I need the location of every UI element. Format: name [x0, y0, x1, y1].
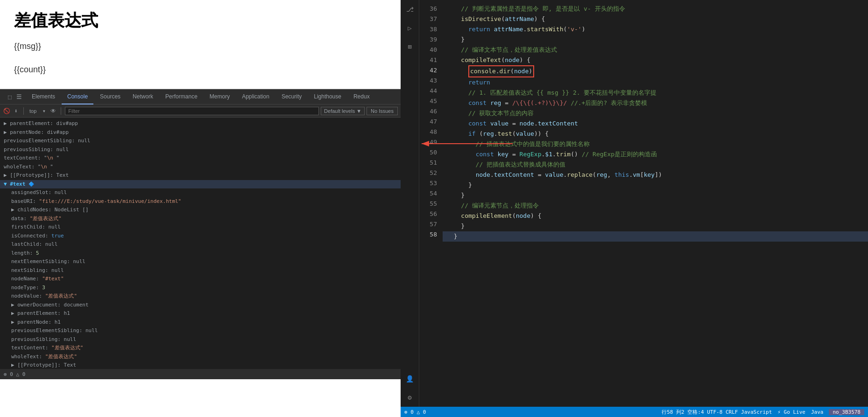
- port-status: no_3B3578: [829, 409, 864, 415]
- devtools-status: ⊗ 0 △ 0: [4, 371, 25, 377]
- console-prop-nodetype: nodeType: 3: [0, 284, 401, 292]
- code-line-43: return: [443, 77, 868, 88]
- top-context-button[interactable]: top: [28, 108, 38, 114]
- top-dropdown-icon[interactable]: ▾: [40, 107, 48, 115]
- status-bar: ⊗ 0 △ 0 行58 列2 空格:4 UTF-8 CRLF JavaScrip…: [401, 407, 868, 417]
- go-live-button[interactable]: ⚡ Go Live: [777, 409, 805, 415]
- tab-sources[interactable]: Sources: [94, 90, 126, 104]
- code-line-50: const key = RegExp.$1.trim() // RegExp是正…: [443, 149, 868, 160]
- settings-icon[interactable]: ⚙: [404, 392, 416, 403]
- debug-icon[interactable]: ▷: [404, 22, 416, 34]
- line-num-54: 54: [419, 188, 437, 199]
- devtools-panel: ⬚ ☰ Elements Console Sources Network Per…: [0, 89, 401, 369]
- right-panel: ⎇ ▷ ⊞ 👤 ⚙: [401, 0, 868, 417]
- code-line-53: }: [443, 180, 868, 190]
- code-line-58: }: [443, 231, 868, 242]
- no-issues-button[interactable]: No Issues: [367, 107, 398, 115]
- code-line-55: // 编译元素节点，处理指令: [443, 201, 868, 211]
- line-num-42: 42: [419, 65, 437, 76]
- line-num-47: 47: [419, 117, 437, 127]
- left-panel: 差值表达式 {{msg}} {{count}} ⬚ ☰ Elements Con…: [0, 0, 401, 417]
- editor-sidebar: ⎇ ▷ ⊞ 👤 ⚙: [401, 0, 419, 407]
- console-line-1: ▶ parentElement: div#app: [0, 119, 401, 128]
- console-prop-prevsibling: previousSibling: null: [0, 335, 401, 344]
- code-line-39: }: [443, 35, 868, 45]
- code-line-51: // 把插值表达式替换成具体的值: [443, 160, 868, 170]
- console-filter-input[interactable]: [65, 107, 319, 115]
- console-line-7: ▶ [[Prototype]]: Text: [0, 171, 401, 180]
- tab-elements[interactable]: Elements: [26, 90, 61, 104]
- main-container: 差值表达式 {{msg}} {{count}} ⬚ ☰ Elements Con…: [0, 0, 868, 417]
- clear-icon[interactable]: 🚫: [3, 107, 10, 115]
- tab-network[interactable]: Network: [127, 90, 159, 104]
- default-levels-button[interactable]: Default levels ▼: [321, 107, 365, 115]
- eye-icon[interactable]: 👁: [49, 107, 57, 115]
- webpage-title: 差值表达式: [14, 9, 387, 32]
- console-prop-parentnode: ▶ parentNode: h1: [0, 318, 401, 327]
- console-prop-isconnected: isConnected: true: [0, 232, 401, 241]
- code-line-41: compileText(node) {: [443, 55, 868, 65]
- console-output[interactable]: ▶ parentElement: div#app ▶ parentNode: d…: [0, 118, 401, 369]
- code-line-54: }: [443, 190, 868, 201]
- code-line-42: console.dir(node): [443, 65, 868, 77]
- line-num-46: 46: [419, 106, 437, 117]
- tab-redux[interactable]: Redux: [348, 90, 375, 104]
- tab-console[interactable]: Console: [62, 90, 93, 104]
- code-line-45: const reg = /\{\{(.+?)\}\}/ //.+后面的? 表示非…: [443, 98, 868, 108]
- console-prop-length: length: 5: [0, 249, 401, 258]
- status-line: 行58 列2 空格:4 UTF-8 CRLF JavaScript: [662, 409, 772, 416]
- filter-icon[interactable]: ⬇: [12, 107, 20, 115]
- console-prop-nextelsibling: nextElementSibling: null: [0, 257, 401, 266]
- inspect-icon[interactable]: ⬚: [6, 93, 14, 101]
- console-prop-nodename: nodeName: "#text": [0, 275, 401, 284]
- line-num-58: 58: [419, 229, 437, 240]
- editor-main: ⎇ ▷ ⊞ 👤 ⚙: [401, 0, 868, 407]
- console-prop-slot: assignedSlot: null: [0, 188, 401, 197]
- code-line-40: // 编译文本节点，处理差值表达式: [443, 45, 868, 55]
- code-line-49: // 插值表达式中的值是我们要的属性名称: [443, 139, 868, 149]
- console-toolbar: 🚫 ⬇ top ▾ 👁 Default levels ▼ No Issues: [0, 104, 401, 118]
- device-icon[interactable]: ☰: [15, 93, 23, 101]
- console-prop-firstchild: firstChild: null: [0, 223, 401, 232]
- console-prop-parentel: ▶ parentElement: h1: [0, 309, 401, 318]
- code-line-38: return attrName.startsWith('v-'): [443, 24, 868, 35]
- line-num-53: 53: [419, 178, 437, 188]
- console-prop-wholetext: wholeText: "差值表达式": [0, 353, 401, 361]
- line-num-37: 37: [419, 14, 437, 24]
- console-prop-childnodes: ▶ childNodes: NodeList []: [0, 206, 401, 215]
- grid-icon[interactable]: ⊞: [404, 41, 416, 52]
- tab-application[interactable]: Application: [236, 90, 275, 104]
- account-icon[interactable]: 👤: [404, 373, 416, 384]
- tab-security[interactable]: Security: [276, 90, 307, 104]
- line-num-40: 40: [419, 45, 437, 55]
- console-section-text: ▼ #text 🔷: [0, 180, 401, 189]
- code-line-57: }: [443, 221, 868, 231]
- console-prop-nextsibling: nextSibling: null: [0, 266, 401, 275]
- toolbar-separator2: [61, 107, 61, 115]
- code-line-48: if (reg.test(value)) {: [443, 129, 868, 139]
- line-num-44: 44: [419, 86, 437, 96]
- console-prop-textcontent: textContent: "差值表达式": [0, 344, 401, 353]
- line-num-48: 48: [419, 127, 437, 137]
- line-num-52: 52: [419, 168, 437, 178]
- console-line-6: wholeText: "\n ": [0, 163, 401, 172]
- code-line-47: const value = node.textContent: [443, 118, 868, 129]
- webpage-var2: {{count}}: [14, 65, 387, 75]
- code-line-56: compileElement(node) {: [443, 211, 868, 221]
- git-icon[interactable]: ⎇: [404, 4, 416, 15]
- line-num-50: 50: [419, 147, 437, 158]
- tab-memory[interactable]: Memory: [204, 90, 235, 104]
- webpage-content: 差值表达式 {{msg}} {{count}}: [0, 0, 401, 89]
- console-prop-prevelsibling: previousElementSibling: null: [0, 327, 401, 335]
- tab-performance[interactable]: Performance: [160, 90, 203, 104]
- code-line-44: // 1. 匹配差值表达式 {{ msg }} 2. 要不花括号中变量的名字提: [443, 88, 868, 98]
- line-num-38: 38: [419, 24, 437, 35]
- status-errors[interactable]: ⊗ 0 △ 0: [404, 409, 426, 415]
- console-line-5: textContent: "\n ": [0, 154, 401, 163]
- line-num-56: 56: [419, 209, 437, 219]
- tab-lighthouse[interactable]: Lighthouse: [308, 90, 347, 104]
- line-num-39: 39: [419, 35, 437, 45]
- line-num-43: 43: [419, 76, 437, 86]
- line-num-51: 51: [419, 158, 437, 168]
- code-line-37: isDirective(attrName) {: [443, 14, 868, 24]
